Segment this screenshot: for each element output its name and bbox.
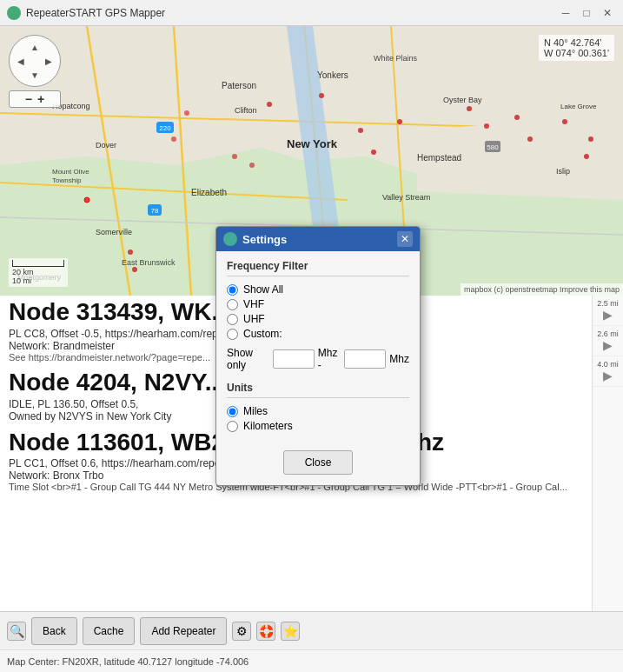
radio-uhf: UHF [227, 313, 409, 325]
mhz-suffix: Mhz [389, 353, 409, 365]
radio-show-all: Show All [227, 283, 409, 296]
units-divider [227, 397, 409, 398]
radio-miles-input[interactable] [227, 406, 238, 417]
dialog-title-text: Settings [242, 233, 397, 246]
radio-show-all-input[interactable] [227, 284, 238, 296]
dialog-footer: Close [216, 443, 420, 485]
show-only-label: Show only [227, 347, 269, 371]
units-label: Units [227, 382, 409, 394]
freq-divider [227, 276, 409, 276]
mhz-to-input[interactable] [344, 349, 386, 369]
radio-vhf-input[interactable] [227, 299, 238, 310]
radio-custom-label[interactable]: Custom: [243, 328, 282, 340]
radio-show-all-label[interactable]: Show All [243, 283, 283, 296]
radio-uhf-input[interactable] [227, 314, 238, 325]
dialog-overlay: Settings ✕ Frequency Filter Show All VHF… [0, 0, 623, 672]
radio-custom: Custom: [227, 328, 409, 340]
radio-km: Kilometers [227, 420, 409, 432]
frequency-filter-label: Frequency Filter [227, 260, 409, 272]
dialog-title-bar: Settings ✕ [216, 227, 420, 251]
radio-miles: Miles [227, 405, 409, 417]
radio-vhf-label[interactable]: VHF [243, 298, 264, 310]
dialog-body: Frequency Filter Show All VHF UHF Custom… [216, 251, 420, 443]
radio-km-label[interactable]: Kilometers [243, 420, 293, 432]
radio-vhf: VHF [227, 298, 409, 310]
radio-km-input[interactable] [227, 421, 238, 432]
settings-dialog: Settings ✕ Frequency Filter Show All VHF… [215, 226, 421, 486]
radio-miles-label[interactable]: Miles [243, 405, 268, 417]
radio-uhf-label[interactable]: UHF [243, 313, 265, 325]
mhz-from-input[interactable] [273, 349, 315, 369]
dialog-title-icon [223, 232, 237, 246]
radio-custom-input[interactable] [227, 329, 238, 340]
dialog-close-button[interactable]: ✕ [397, 231, 413, 247]
show-only-row: Show only Mhz - Mhz [227, 347, 409, 371]
mhz-separator: Mhz - [318, 347, 341, 371]
close-settings-button[interactable]: Close [283, 450, 353, 475]
